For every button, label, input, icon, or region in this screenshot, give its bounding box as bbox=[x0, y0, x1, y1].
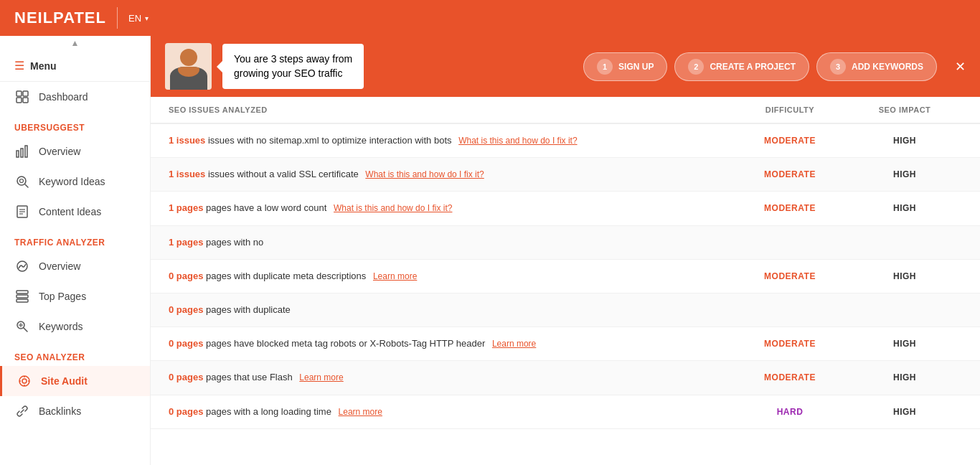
issue-fix-link[interactable]: Learn more bbox=[492, 339, 536, 349]
difficulty-cell: MODERATE bbox=[732, 203, 847, 213]
issue-fix-link[interactable]: What is this and how do I fix it? bbox=[365, 169, 484, 179]
sidebar-item-overview-ta[interactable]: Overview bbox=[0, 251, 150, 281]
dashboard-label: Dashboard bbox=[39, 91, 88, 103]
step-3-button[interactable]: 3 ADD KEYWORDS bbox=[816, 52, 937, 81]
svg-rect-15 bbox=[17, 295, 28, 298]
impact-cell: HIGH bbox=[847, 169, 962, 179]
svg-rect-14 bbox=[17, 291, 28, 293]
svg-point-7 bbox=[17, 177, 26, 185]
table-area: SEO ISSUES ANALYZED DIFFICULTY SEO IMPAC… bbox=[151, 97, 980, 465]
issue-fix-link[interactable]: Learn more bbox=[339, 407, 382, 417]
issue-cell: 1 pages pages with no tag <a class="issu… bbox=[169, 236, 732, 249]
issue-cell: 0 pages pages with duplicate meta descri… bbox=[169, 270, 732, 283]
dashboard-icon bbox=[14, 89, 30, 105]
site-audit-icon bbox=[17, 373, 32, 389]
table-body: 1 issues issues with no sitemap.xml to o… bbox=[151, 124, 980, 429]
keyword-ideas-label: Keyword Ideas bbox=[39, 176, 105, 187]
impact-cell: HIGH bbox=[847, 339, 962, 349]
svg-rect-3 bbox=[23, 98, 28, 103]
difficulty-cell: MODERATE bbox=[732, 372, 847, 382]
table-header: SEO ISSUES ANALYZED DIFFICULTY SEO IMPAC… bbox=[151, 97, 980, 124]
header-divider bbox=[117, 7, 118, 29]
issue-fix-link[interactable]: Learn more bbox=[299, 372, 343, 382]
logo: NEILPATEL bbox=[14, 9, 106, 27]
sidebar-scroll-up[interactable]: ▲ bbox=[0, 36, 150, 50]
issue-cell: 1 issues issues without a valid SSL cert… bbox=[169, 168, 732, 181]
issue-cell: 0 pages pages with a long loading time L… bbox=[169, 405, 732, 418]
difficulty-cell: MODERATE bbox=[732, 169, 847, 179]
top-pages-icon bbox=[14, 288, 30, 304]
site-audit-label: Site Audit bbox=[41, 375, 88, 387]
issue-fix-link[interactable]: What is this and how do I fix it? bbox=[334, 203, 452, 213]
table-row: 0 pages pages with duplicate tags <a cla… bbox=[151, 293, 980, 327]
overview-ub-label: Overview bbox=[39, 146, 80, 157]
step-2-number: 2 bbox=[688, 59, 704, 75]
section-traffic-analyzer: TRAFFIC ANALYZER bbox=[0, 227, 150, 251]
sidebar-item-content-ideas[interactable]: Content Ideas bbox=[0, 197, 150, 227]
keywords-ta-label: Keywords bbox=[39, 321, 83, 332]
keywords-ta-icon bbox=[14, 319, 30, 334]
sidebar-item-backlinks[interactable]: Backlinks bbox=[0, 396, 150, 426]
sidebar-item-keywords-ta[interactable]: Keywords bbox=[0, 311, 150, 342]
svg-point-8 bbox=[20, 179, 24, 183]
svg-point-21 bbox=[22, 379, 27, 383]
backlinks-icon bbox=[14, 403, 30, 419]
issue-fix-link[interactable]: What is this and how do I fix it? bbox=[458, 136, 577, 146]
svg-rect-1 bbox=[23, 91, 28, 96]
table-row: 0 pages pages have blocked meta tag robo… bbox=[151, 327, 980, 361]
impact-cell: HIGH bbox=[847, 203, 962, 213]
keyword-ideas-icon bbox=[14, 174, 30, 189]
issue-fix-link[interactable]: Learn more bbox=[373, 271, 417, 281]
svg-rect-0 bbox=[17, 91, 22, 96]
svg-rect-5 bbox=[21, 149, 23, 157]
impact-cell: HIGH bbox=[847, 136, 962, 146]
top-pages-label: Top Pages bbox=[39, 291, 86, 302]
close-banner-button[interactable]: ✕ bbox=[955, 59, 966, 75]
issue-cell: 1 issues issues with no sitemap.xml to o… bbox=[169, 134, 732, 147]
svg-rect-16 bbox=[17, 299, 28, 302]
step-2-label: CREATE A PROJECT bbox=[710, 62, 796, 72]
lang-chevron-icon: ▾ bbox=[145, 14, 149, 22]
table-row: 1 issues issues without a valid SSL cert… bbox=[151, 158, 980, 192]
sidebar-menu-header[interactable]: ☰ Menu bbox=[0, 50, 150, 82]
step-3-number: 3 bbox=[830, 59, 846, 75]
svg-rect-6 bbox=[25, 146, 27, 157]
menu-icon: ☰ bbox=[14, 59, 24, 72]
lang-label: EN bbox=[128, 13, 141, 24]
issue-count: 0 pages bbox=[169, 304, 203, 315]
svg-rect-4 bbox=[17, 151, 19, 157]
col-header-issues: SEO ISSUES ANALYZED bbox=[169, 105, 732, 114]
issue-cell: 1 pages pages have a low word count What… bbox=[169, 202, 732, 215]
main-layout: ▲ ☰ Menu Dashboard UBERSUGGEST bbox=[0, 36, 980, 465]
backlinks-label: Backlinks bbox=[39, 405, 81, 417]
step-1-label: SIGN UP bbox=[618, 62, 654, 72]
main-content: You are 3 steps away from growing your S… bbox=[151, 36, 980, 465]
sidebar-item-keyword-ideas[interactable]: Keyword Ideas bbox=[0, 166, 150, 197]
sidebar-item-overview-ub[interactable]: Overview bbox=[0, 136, 150, 166]
section-ubersuggest: UBERSUGGEST bbox=[0, 112, 150, 136]
sidebar-item-top-pages[interactable]: Top Pages bbox=[0, 281, 150, 311]
issue-count: 0 pages bbox=[169, 338, 203, 349]
table-row: 0 pages pages that use Flash Learn more … bbox=[151, 361, 980, 395]
step-2-button[interactable]: 2 CREATE A PROJECT bbox=[674, 52, 809, 81]
menu-label: Menu bbox=[30, 60, 57, 72]
svg-point-20 bbox=[19, 376, 29, 386]
issue-count: 0 pages bbox=[169, 271, 203, 281]
issue-cell: 0 pages pages have blocked meta tag robo… bbox=[169, 337, 732, 350]
issue-count: 0 pages bbox=[169, 406, 203, 417]
overview-ta-label: Overview bbox=[39, 260, 80, 272]
step-1-button[interactable]: 1 SIGN UP bbox=[583, 52, 667, 81]
difficulty-cell: HARD bbox=[732, 407, 847, 417]
impact-cell: HIGH bbox=[847, 372, 962, 382]
lang-selector[interactable]: EN ▾ bbox=[128, 13, 149, 24]
step-3-label: ADD KEYWORDS bbox=[852, 62, 923, 72]
table-row: 0 pages pages with a long loading time L… bbox=[151, 395, 980, 429]
sidebar: ▲ ☰ Menu Dashboard UBERSUGGEST bbox=[0, 36, 151, 465]
sidebar-item-site-audit[interactable]: Site Audit bbox=[0, 366, 150, 396]
onboarding-message: You are 3 steps away from growing your S… bbox=[222, 44, 364, 89]
sidebar-item-dashboard[interactable]: Dashboard bbox=[0, 82, 150, 112]
header: NEILPATEL EN ▾ bbox=[0, 0, 980, 36]
onboarding-line1: You are 3 steps away from bbox=[234, 53, 352, 65]
difficulty-cell: MODERATE bbox=[732, 339, 847, 349]
issue-cell: 0 pages pages with duplicate tags <a cla… bbox=[169, 304, 732, 316]
